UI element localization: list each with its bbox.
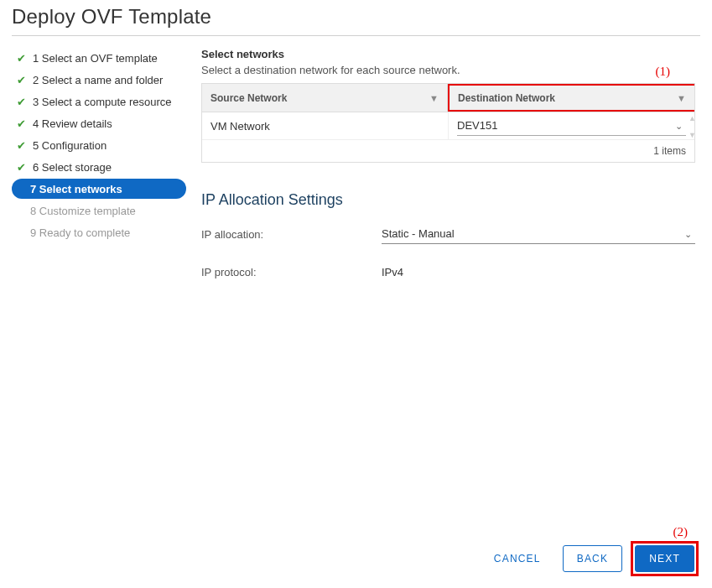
check-icon: ✔ bbox=[15, 161, 27, 174]
step-label: 6 Select storage bbox=[33, 161, 112, 174]
table-footer: 1 items bbox=[202, 139, 694, 162]
section-title: Select networks bbox=[201, 48, 695, 60]
step-label: 1 Select an OVF template bbox=[33, 52, 158, 65]
col-source-label: Source Network bbox=[210, 92, 287, 104]
annotation-2: (2) bbox=[673, 525, 689, 539]
source-network-cell: VM Network bbox=[202, 112, 449, 139]
back-button[interactable]: BACK bbox=[563, 545, 622, 572]
filter-icon[interactable]: ▼ bbox=[677, 93, 686, 103]
content-pane: Select networks Select a destination net… bbox=[201, 48, 700, 300]
wizard-step: 9 Ready to complete bbox=[12, 222, 186, 242]
check-icon: ✔ bbox=[15, 74, 27, 86]
ip-allocation-label: IP allocation: bbox=[201, 228, 382, 241]
step-label: 9 Ready to complete bbox=[30, 226, 130, 239]
ip-settings-heading: IP Allocation Settings bbox=[201, 191, 695, 209]
network-table: Source Network ▼ Destination Network ▼ V… bbox=[201, 83, 695, 163]
destination-network-cell: DEV151 ⌄ bbox=[449, 112, 694, 139]
wizard-step[interactable]: ✔1 Select an OVF template bbox=[12, 48, 186, 68]
wizard-step[interactable]: ✔6 Select storage bbox=[12, 157, 186, 177]
next-button[interactable]: NEXT bbox=[635, 545, 694, 572]
wizard-step[interactable]: ✔2 Select a name and folder bbox=[12, 70, 186, 90]
scroll-down-icon: ▼ bbox=[689, 131, 696, 139]
ip-allocation-select[interactable]: Static - Manual bbox=[382, 224, 695, 244]
step-label: 5 Configuration bbox=[33, 139, 107, 152]
col-destination-label: Destination Network bbox=[458, 92, 555, 104]
wizard-steps: ✔1 Select an OVF template✔2 Select a nam… bbox=[12, 48, 186, 300]
cancel-button[interactable]: CANCEL bbox=[481, 545, 554, 572]
check-icon: ✔ bbox=[15, 52, 27, 65]
scroll-indicator: ▲ ▼ bbox=[689, 114, 696, 139]
section-description: Select a destination network for each so… bbox=[201, 64, 695, 76]
step-label: 4 Review details bbox=[33, 117, 112, 130]
ip-protocol-value: IPv4 bbox=[382, 266, 695, 278]
scroll-up-icon: ▲ bbox=[689, 114, 696, 122]
step-label: 7 Select networks bbox=[30, 183, 122, 195]
annotation-1: (1) bbox=[656, 65, 671, 79]
wizard-step: 8 Customize template bbox=[12, 200, 186, 221]
wizard-step[interactable]: ✔4 Review details bbox=[12, 113, 186, 133]
dialog-footer: CANCEL BACK (2) NEXT bbox=[481, 541, 699, 576]
wizard-step[interactable]: ✔5 Configuration bbox=[12, 135, 186, 155]
dialog-title: Deploy OVF Template bbox=[12, 5, 700, 29]
wizard-step[interactable]: 7 Select networks bbox=[12, 179, 186, 199]
ip-protocol-label: IP protocol: bbox=[201, 266, 382, 278]
check-icon: ✔ bbox=[15, 96, 27, 108]
step-label: 2 Select a name and folder bbox=[33, 74, 163, 86]
col-source-network[interactable]: Source Network ▼ bbox=[202, 84, 448, 112]
next-highlight: (2) NEXT bbox=[631, 541, 699, 576]
table-row: VM Network DEV151 ⌄ bbox=[202, 112, 694, 139]
check-icon: ✔ bbox=[15, 139, 27, 152]
step-label: 8 Customize template bbox=[30, 205, 136, 217]
check-icon: ✔ bbox=[15, 117, 27, 130]
filter-icon[interactable]: ▼ bbox=[429, 93, 439, 103]
col-destination-network[interactable]: Destination Network ▼ bbox=[448, 84, 694, 112]
step-label: 3 Select a compute resource bbox=[33, 96, 171, 108]
wizard-step[interactable]: ✔3 Select a compute resource bbox=[12, 91, 186, 112]
destination-network-select[interactable]: DEV151 bbox=[457, 116, 686, 136]
